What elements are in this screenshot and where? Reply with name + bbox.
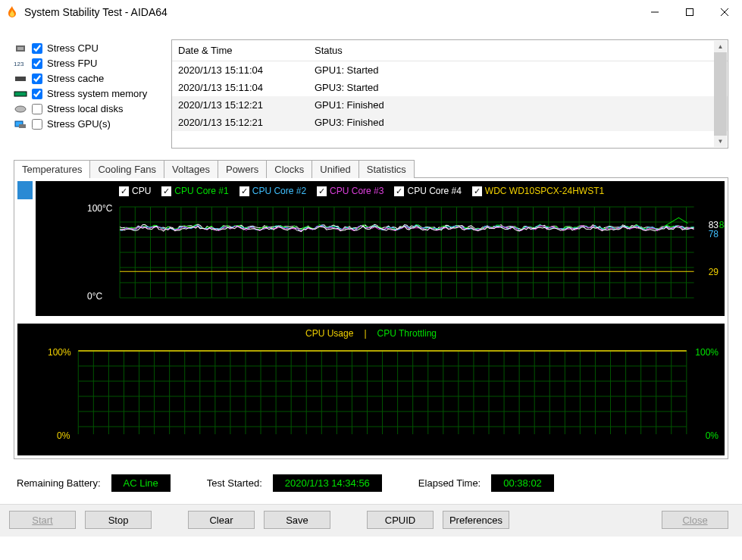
legend-checkbox-icon[interactable]: ✓ xyxy=(394,186,404,196)
chart-scroll-mini[interactable] xyxy=(17,181,33,316)
temp-value-core2: 78 xyxy=(709,229,719,239)
log-row[interactable]: 2020/1/13 15:11:04GPU3: Started xyxy=(172,79,728,96)
legend-checkbox-icon[interactable]: ✓ xyxy=(119,186,129,196)
log-row[interactable]: 2020/1/13 15:12:21GPU1: Finished xyxy=(172,96,728,114)
log-cell-datetime: 2020/1/13 15:11:04 xyxy=(172,61,308,80)
save-button[interactable]: Save xyxy=(264,511,330,529)
window-maximize-button[interactable] xyxy=(672,0,707,24)
legend-checkbox-icon[interactable]: ✓ xyxy=(240,186,249,196)
usage-legend: CPU Usage | CPU Throttling xyxy=(17,324,725,343)
temp-ymax-label: 100°C xyxy=(87,203,113,214)
scroll-down-icon[interactable]: ▼ xyxy=(714,136,727,147)
log-col-status[interactable]: Status xyxy=(308,40,728,61)
stress-checkbox[interactable] xyxy=(32,89,42,99)
log-cell-datetime: 2020/1/13 15:11:04 xyxy=(172,79,308,96)
svg-rect-12 xyxy=(19,124,26,128)
log-cell-datetime: 2020/1/13 15:12:21 xyxy=(172,114,308,131)
legend-label: CPU xyxy=(132,186,151,196)
tab-temperatures[interactable]: Temperatures xyxy=(14,160,90,178)
start-button[interactable]: Start xyxy=(9,511,76,529)
legend-item[interactable]: ✓CPU Core #1 xyxy=(161,186,228,196)
stress-label: Stress system memory xyxy=(47,88,147,99)
log-cell-status: GPU1: Finished xyxy=(308,96,728,114)
svg-point-10 xyxy=(15,106,26,112)
stop-button[interactable]: Stop xyxy=(85,511,152,529)
hw-icon xyxy=(14,74,27,83)
legend-item[interactable]: ✓CPU Core #4 xyxy=(394,186,461,196)
close-button[interactable]: Close xyxy=(662,511,728,529)
battery-value: AC Line xyxy=(111,474,171,492)
stress-checkbox[interactable] xyxy=(32,74,42,84)
event-log-table: Date & Time Status 2020/1/13 15:11:04GPU… xyxy=(172,40,728,148)
hw-icon xyxy=(14,105,27,114)
legend-item[interactable]: ✓CPU Core #3 xyxy=(317,186,384,196)
bottom-bar: Start Stop Clear Save CPUID Preferences … xyxy=(0,504,742,537)
stress-label: Stress cache xyxy=(47,73,104,84)
stress-option-1[interactable]: 123Stress FPU xyxy=(14,58,165,69)
scroll-thumb[interactable] xyxy=(714,52,727,136)
usage-chart: CPU Usage | CPU Throttling 100% 0% 100% … xyxy=(17,324,725,455)
tab-statistics[interactable]: Statistics xyxy=(358,160,415,178)
stress-checkbox[interactable] xyxy=(32,104,42,114)
log-col-datetime[interactable]: Date & Time xyxy=(172,40,308,61)
stress-option-4[interactable]: Stress local disks xyxy=(14,103,165,114)
log-row[interactable]: 2020/1/13 15:11:04GPU1: Started xyxy=(172,61,728,80)
stress-checkbox[interactable] xyxy=(32,43,42,54)
elapsed-label: Elapsed Time: xyxy=(418,477,481,489)
preferences-button[interactable]: Preferences xyxy=(443,511,509,529)
stress-option-5[interactable]: Stress GPU(s) xyxy=(14,118,165,130)
legend-label: CPU Core #4 xyxy=(407,186,461,196)
legend-item[interactable]: ✓CPU xyxy=(119,186,151,196)
temp-value-hdd: 29 xyxy=(709,267,719,277)
svg-rect-7 xyxy=(15,77,26,81)
hw-icon xyxy=(14,44,27,53)
elapsed-value: 00:38:02 xyxy=(491,474,554,492)
tab-powers[interactable]: Powers xyxy=(218,160,267,178)
svg-rect-5 xyxy=(17,47,23,50)
legend-checkbox-icon[interactable]: ✓ xyxy=(161,186,171,196)
stress-label: Stress local disks xyxy=(47,103,123,114)
legend-checkbox-icon[interactable]: ✓ xyxy=(472,186,482,196)
event-log-scrollbar[interactable]: ▲ ▼ xyxy=(714,41,727,147)
legend-label: CPU Core #1 xyxy=(174,186,228,196)
tab-voltages[interactable]: Voltages xyxy=(164,160,218,178)
window-close-button[interactable] xyxy=(707,0,742,24)
svg-rect-1 xyxy=(687,9,693,16)
scroll-up-icon[interactable]: ▲ xyxy=(714,41,727,52)
log-cell-datetime: 2020/1/13 15:12:21 xyxy=(172,96,308,114)
cpuid-button[interactable]: CPUID xyxy=(367,511,434,529)
usage-legend-left: CPU Usage xyxy=(305,328,353,339)
stress-label: Stress GPU(s) xyxy=(47,118,111,130)
started-label: Test Started: xyxy=(207,477,262,489)
window-minimize-button[interactable] xyxy=(637,0,672,24)
stress-option-2[interactable]: Stress cache xyxy=(14,73,165,84)
stress-option-3[interactable]: Stress system memory xyxy=(14,88,165,99)
temperature-legend: ✓CPU✓CPU Core #1✓CPU Core #2✓CPU Core #3… xyxy=(36,181,725,201)
legend-checkbox-icon[interactable]: ✓ xyxy=(317,186,327,196)
legend-item[interactable]: ✓CPU Core #2 xyxy=(240,186,306,196)
title-bar: System Stability Test - AIDA64 xyxy=(0,0,742,24)
usage-ymin-left: 0% xyxy=(57,430,70,441)
usage-legend-right: CPU Throttling xyxy=(377,328,437,339)
tab-cooling-fans[interactable]: Cooling Fans xyxy=(89,160,164,178)
stress-option-0[interactable]: Stress CPU xyxy=(14,42,165,54)
status-row: Remaining Battery: AC Line Test Started:… xyxy=(17,474,728,492)
clear-button[interactable]: Clear xyxy=(188,511,255,529)
event-log-panel: Date & Time Status 2020/1/13 15:11:04GPU… xyxy=(171,39,728,149)
stress-checkbox[interactable] xyxy=(32,58,42,69)
stress-checkbox[interactable] xyxy=(32,119,42,130)
chart-frame: ✓CPU✓CPU Core #1✓CPU Core #2✓CPU Core #3… xyxy=(14,177,728,459)
log-row[interactable]: 2020/1/13 15:12:21GPU3: Finished xyxy=(172,114,728,131)
legend-label: CPU Core #3 xyxy=(330,186,384,196)
usage-ymax-right: 100% xyxy=(695,347,719,358)
window-title: System Stability Test - AIDA64 xyxy=(24,6,167,18)
legend-item[interactable]: ✓WDC WD10SPCX-24HWST1 xyxy=(472,186,604,196)
tab-clocks[interactable]: Clocks xyxy=(266,160,312,178)
temp-ymin-label: 0°C xyxy=(87,291,102,302)
usage-ymin-right: 0% xyxy=(706,430,719,441)
log-cell-status: GPU1: Started xyxy=(308,61,728,80)
log-cell-status: GPU3: Finished xyxy=(308,114,728,131)
usage-ymax-left: 100% xyxy=(48,347,71,358)
legend-label: CPU Core #2 xyxy=(252,186,306,196)
tab-unified[interactable]: Unified xyxy=(312,160,358,178)
